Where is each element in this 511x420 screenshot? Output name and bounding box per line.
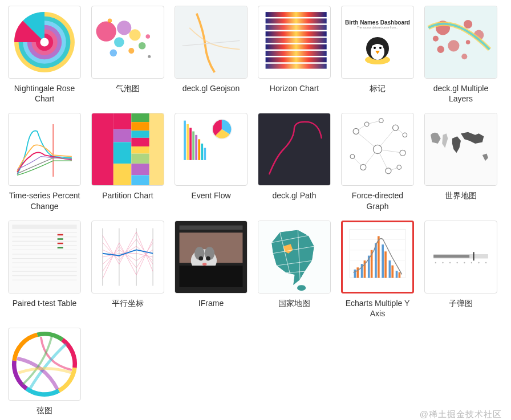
chart-card-force-directed[interactable]: Force-directed Graph bbox=[341, 113, 414, 211]
svg-rect-34 bbox=[425, 6, 497, 78]
chart-card-timeseries-pct[interactable]: Time-series Percent Change bbox=[8, 113, 81, 211]
chart-card-deckgl-multiple[interactable]: deck.gl Multiple Layers bbox=[424, 6, 497, 104]
svg-point-155 bbox=[456, 262, 458, 264]
chart-card-iframe[interactable]: IFrame bbox=[175, 221, 248, 319]
svg-rect-57 bbox=[149, 113, 164, 185]
chart-thumbnail bbox=[175, 221, 248, 293]
svg-point-9 bbox=[114, 37, 124, 47]
svg-rect-104 bbox=[58, 234, 63, 235]
svg-point-83 bbox=[386, 168, 391, 174]
svg-point-10 bbox=[129, 29, 141, 40]
chart-label: Nightingale Rose Chart bbox=[8, 83, 81, 104]
chart-card-deckgl-geojson[interactable]: deck.gl Geojson bbox=[175, 6, 248, 104]
chart-card-partition[interactable]: Partition Chart bbox=[91, 113, 164, 211]
chart-card-nightingale[interactable]: Nightingale Rose Chart bbox=[8, 6, 81, 104]
svg-point-158 bbox=[478, 262, 480, 264]
chart-thumbnail bbox=[8, 113, 81, 186]
chart-thumbnail bbox=[258, 221, 331, 293]
chart-thumbnail bbox=[424, 113, 497, 186]
svg-point-14 bbox=[146, 34, 151, 39]
chart-label: 气泡图 bbox=[116, 83, 140, 104]
svg-rect-50 bbox=[131, 122, 149, 131]
chart-label: 弦图 bbox=[36, 405, 52, 420]
svg-point-16 bbox=[108, 18, 112, 23]
svg-rect-19 bbox=[266, 18, 327, 23]
svg-point-119 bbox=[206, 256, 210, 260]
chart-thumbnail bbox=[424, 221, 497, 293]
svg-point-79 bbox=[353, 129, 359, 134]
svg-rect-63 bbox=[195, 135, 197, 160]
chart-thumbnail bbox=[258, 6, 331, 79]
chart-card-markup[interactable]: Birth Names Dashboard The source dataset… bbox=[341, 6, 414, 104]
chart-card-echarts-multi-y[interactable]: Echarts Multiple Y Axis bbox=[341, 221, 414, 319]
markup-title: Birth Names Dashboard bbox=[345, 19, 410, 26]
svg-rect-146 bbox=[391, 265, 394, 278]
svg-point-153 bbox=[442, 262, 444, 264]
svg-point-88 bbox=[379, 119, 384, 123]
svg-point-152 bbox=[435, 262, 437, 264]
svg-rect-106 bbox=[58, 238, 63, 240]
svg-rect-45 bbox=[113, 113, 132, 129]
svg-rect-26 bbox=[266, 64, 327, 69]
chart-card-parallel-coords[interactable]: 平行坐标 bbox=[91, 221, 164, 319]
chart-card-deckgl-path[interactable]: deck.gl Path bbox=[258, 113, 331, 211]
svg-rect-44 bbox=[92, 113, 113, 185]
svg-rect-64 bbox=[198, 140, 200, 161]
svg-point-80 bbox=[392, 125, 398, 131]
svg-rect-55 bbox=[131, 164, 149, 176]
chart-card-horizon[interactable]: Horizon Chart bbox=[258, 6, 331, 104]
svg-point-159 bbox=[485, 262, 487, 264]
svg-point-40 bbox=[461, 54, 467, 59]
chart-card-event-flow[interactable]: Event Flow bbox=[175, 113, 248, 211]
svg-rect-24 bbox=[266, 51, 327, 56]
chart-thumbnail bbox=[8, 328, 81, 401]
svg-rect-113 bbox=[180, 225, 243, 230]
svg-rect-49 bbox=[131, 113, 149, 122]
svg-rect-61 bbox=[189, 128, 192, 161]
svg-rect-20 bbox=[266, 25, 327, 30]
chart-thumbnail bbox=[341, 113, 414, 186]
svg-rect-51 bbox=[131, 131, 149, 138]
svg-rect-52 bbox=[131, 138, 149, 146]
svg-rect-47 bbox=[113, 142, 132, 164]
chart-thumbnail bbox=[8, 6, 81, 79]
chart-thumbnail bbox=[175, 6, 248, 79]
chart-thumbnail bbox=[8, 221, 81, 293]
svg-rect-56 bbox=[131, 176, 149, 186]
chart-card-bubble[interactable]: 气泡图 bbox=[91, 6, 164, 104]
svg-point-37 bbox=[448, 40, 459, 51]
svg-point-11 bbox=[139, 42, 146, 50]
chart-type-gallery: Nightingale Rose Chart 气泡图 bbox=[8, 6, 503, 420]
chart-thumbnail bbox=[175, 113, 248, 186]
chart-label: Paired t-test Table bbox=[13, 298, 77, 319]
chart-thumbnail bbox=[258, 113, 331, 186]
svg-rect-90 bbox=[9, 221, 80, 293]
chart-label: 子弹图 bbox=[449, 298, 473, 319]
svg-rect-54 bbox=[131, 154, 149, 164]
svg-point-8 bbox=[117, 21, 131, 35]
chart-label: deck.gl Path bbox=[272, 190, 316, 211]
svg-rect-142 bbox=[378, 236, 380, 278]
chart-card-chord[interactable]: 弦图 bbox=[8, 328, 81, 420]
svg-point-156 bbox=[464, 262, 465, 264]
svg-rect-53 bbox=[131, 146, 149, 154]
svg-rect-18 bbox=[266, 12, 327, 17]
svg-rect-136 bbox=[356, 267, 359, 278]
chart-card-paired-ttest[interactable]: Paired t-test Table bbox=[8, 221, 81, 319]
svg-rect-121 bbox=[180, 266, 243, 287]
chart-card-bullet[interactable]: 子弹图 bbox=[424, 221, 497, 319]
svg-point-13 bbox=[110, 50, 117, 57]
svg-point-6 bbox=[40, 38, 48, 46]
svg-point-154 bbox=[449, 262, 451, 264]
svg-point-42 bbox=[433, 36, 439, 42]
svg-rect-65 bbox=[201, 144, 203, 160]
chart-card-country-map[interactable]: 国家地图 bbox=[258, 221, 331, 319]
svg-rect-150 bbox=[433, 255, 469, 258]
svg-rect-59 bbox=[184, 121, 186, 160]
chart-thumbnail bbox=[91, 221, 164, 293]
chart-thumbnail bbox=[424, 6, 497, 79]
svg-point-87 bbox=[397, 165, 402, 170]
svg-point-118 bbox=[199, 256, 204, 260]
svg-point-36 bbox=[464, 20, 472, 28]
chart-card-world-map[interactable]: 世界地图 bbox=[424, 113, 497, 211]
